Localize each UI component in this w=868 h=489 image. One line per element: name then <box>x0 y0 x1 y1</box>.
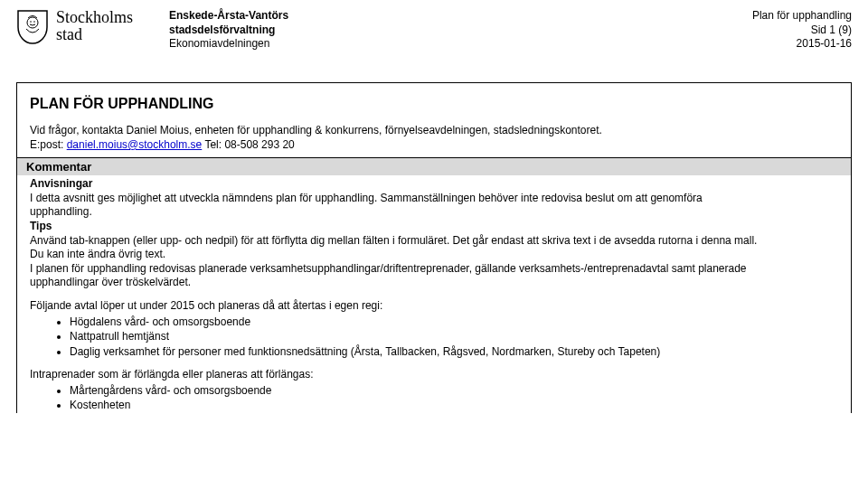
advice-p2a: Använd tab-knappen (eller upp- och nedpi… <box>30 234 838 249</box>
list-item: Mårtengårdens vård- och omsorgsboende <box>70 384 838 399</box>
list1-intro: Följande avtal löper ut under 2015 och p… <box>30 299 838 314</box>
list-item: Daglig verksamhet för personer med funkt… <box>70 345 838 360</box>
page-header: Stockholms stad Enskede-Årsta-Vantörs st… <box>16 9 852 52</box>
intro-text: Vid frågor, kontakta Daniel Moius, enhet… <box>30 123 838 152</box>
advice-heading: Anvisningar <box>30 177 838 192</box>
org-line-3: Ekonomiavdelningen <box>169 37 288 52</box>
header-right: Plan för upphandling Sid 1 (9) 2015-01-1… <box>752 9 852 52</box>
advice-p2b: Du kan inte ändra övrig text. <box>30 248 838 262</box>
doc-type: Plan för upphandling <box>752 9 852 24</box>
tips-heading: Tips <box>30 220 838 234</box>
advice-p1b: upphandling. <box>30 205 838 220</box>
intro-line: Vid frågor, kontakta Daniel Moius, enhet… <box>30 124 602 136</box>
email-label: E:post: <box>30 138 67 151</box>
contact-tel: Tel: 08-508 293 20 <box>202 138 295 151</box>
crest-icon <box>16 9 49 45</box>
org-line-2: stadsdelsförvaltning <box>169 24 288 38</box>
logo-text-1: Stockholms <box>56 9 133 26</box>
org-block: Enskede-Årsta-Vantörs stadsdelsförvaltni… <box>169 9 288 52</box>
list-item: Högdalens vård- och omsorgsboende <box>70 315 838 330</box>
header-left: Stockholms stad Enskede-Årsta-Vantörs st… <box>16 9 288 52</box>
list2: Mårtengårdens vård- och omsorgsboende Ko… <box>30 384 838 413</box>
doc-date: 2015-01-16 <box>752 37 852 52</box>
advice-p1a: I detta avsnitt ges möjlighet att utveck… <box>30 192 838 206</box>
org-line-1: Enskede-Årsta-Vantörs <box>169 9 288 24</box>
advice-p3b: upphandlingar över tröskelvärdet. <box>30 276 838 290</box>
page-number: Sid 1 (9) <box>752 24 852 38</box>
advice-block: Anvisningar I detta avsnitt ges möjlighe… <box>17 175 851 413</box>
list-item: Nattpatrull hemtjänst <box>70 330 838 344</box>
svg-point-1 <box>30 21 32 23</box>
document-title: PLAN FÖR UPPHANDLING <box>30 96 838 112</box>
svg-point-2 <box>33 21 35 23</box>
advice-p3a: I planen för upphandling redovisas plane… <box>30 262 838 277</box>
city-logo <box>16 9 49 45</box>
title-section: PLAN FÖR UPPHANDLING Vid frågor, kontakt… <box>17 83 851 157</box>
list-item: Kostenheten <box>70 399 838 413</box>
document-page: Stockholms stad Enskede-Årsta-Vantörs st… <box>0 0 868 489</box>
main-frame: PLAN FÖR UPPHANDLING Vid frågor, kontakt… <box>16 82 852 413</box>
list1: Högdalens vård- och omsorgsboende Nattpa… <box>30 315 838 360</box>
logo-caption: Stockholms stad <box>56 9 133 43</box>
comment-heading: Kommentar <box>17 157 851 175</box>
list2-intro: Intraprenader som är förlängda eller pla… <box>30 368 838 382</box>
contact-email-link[interactable]: daniel.moius@stockholm.se <box>67 138 203 151</box>
logo-text-2: stad <box>56 26 133 43</box>
